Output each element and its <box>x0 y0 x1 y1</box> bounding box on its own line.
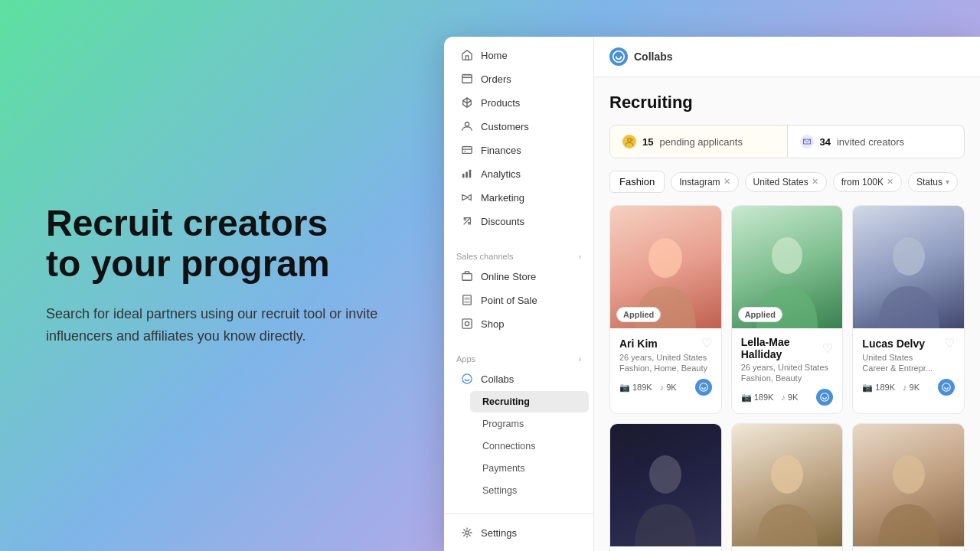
heart-icon-lucas[interactable]: ♡ <box>944 336 955 350</box>
sidebar-bottom: Settings <box>444 514 593 551</box>
svg-point-28 <box>771 455 803 494</box>
svg-point-21 <box>648 238 682 278</box>
products-icon <box>461 96 473 109</box>
stats-tabs: 15 pending applicants 34 invited creator… <box>609 125 965 158</box>
tiktok-stat-lella: ♪ 9K <box>781 393 798 402</box>
online-store-icon <box>461 270 473 282</box>
creator-tags-lucas: Career & Entrepr... <box>862 364 955 373</box>
app-window: Home Orders Products Customers <box>444 37 980 551</box>
sidebar-item-home[interactable]: Home <box>449 44 589 67</box>
sidebar-item-orders[interactable]: Orders <box>449 67 589 90</box>
creator-card-ari-kim[interactable]: Applied Ari Kim ♡ 26 years, United State… <box>609 205 722 414</box>
pending-icon <box>622 135 636 148</box>
sidebar-item-point-of-sale[interactable]: Point of Sale <box>449 289 589 311</box>
svg-point-26 <box>942 383 951 392</box>
svg-point-1 <box>465 122 469 126</box>
filter-status[interactable]: Status ▾ <box>908 172 958 192</box>
instagram-stat-lella: 📷 189K <box>741 393 774 403</box>
svg-point-25 <box>893 237 925 276</box>
tiktok-count-ari: 9K <box>666 383 676 392</box>
heart-icon-lella[interactable]: ♡ <box>822 341 833 356</box>
creator-card-5[interactable] <box>731 423 844 551</box>
sidebar-item-connections[interactable]: Connections <box>470 435 589 457</box>
creator-card-lucas[interactable]: Lucas Delvy ♡ United States Career & Ent… <box>852 205 965 414</box>
tiktok-icon-lella: ♪ <box>781 393 786 402</box>
filter-from-100k[interactable]: from 100K ✕ <box>833 172 902 192</box>
svg-point-13 <box>466 302 468 303</box>
creator-meta-lucas: United States <box>862 353 955 362</box>
sidebar-item-customers[interactable]: Customers <box>449 115 589 138</box>
sidebar-item-recruiting[interactable]: Recruiting <box>470 391 589 412</box>
sidebar-products-label: Products <box>481 97 520 109</box>
svg-rect-0 <box>462 75 472 83</box>
creator-card-body-6 <box>853 546 964 551</box>
sidebar: Home Orders Products Customers <box>444 37 594 551</box>
sidebar-item-finances[interactable]: Finances <box>449 139 589 161</box>
sidebar-item-payments[interactable]: Payments <box>470 458 589 479</box>
creator-card-6[interactable] <box>852 423 965 551</box>
tiktok-count-lella: 9K <box>788 393 798 402</box>
instagram-count-lella: 189K <box>754 393 774 402</box>
instagram-stat-lucas: 📷 189K <box>862 383 895 393</box>
sidebar-item-settings[interactable]: Settings <box>449 521 589 544</box>
discounts-icon <box>461 215 473 227</box>
creator-stats-lella: 📷 189K ♪ 9K <box>741 389 834 406</box>
sidebar-item-collabs[interactable]: Collabs <box>449 367 589 390</box>
svg-rect-6 <box>469 170 472 178</box>
marketing-icon <box>461 191 473 204</box>
recruiting-area: Recruiting 15 pending applicants 34 invi… <box>594 77 980 551</box>
filter-united-states[interactable]: United States ✕ <box>745 172 827 192</box>
creator-card-lella[interactable]: Applied Lella-Mae Halliday ♡ 26 years, U… <box>731 205 844 414</box>
hero-section: Recruit creatorsto your program Search f… <box>0 0 429 551</box>
filter-us-close[interactable]: ✕ <box>812 177 818 187</box>
collab-btn-lucas[interactable] <box>938 379 955 396</box>
filter-category[interactable]: Fashion <box>609 171 665 193</box>
home-icon <box>461 49 473 61</box>
sidebar-item-shop[interactable]: Shop <box>449 312 589 335</box>
heart-icon-ari[interactable]: ♡ <box>701 336 712 350</box>
filter-instagram[interactable]: Instagram ✕ <box>671 172 738 192</box>
collab-btn-lella[interactable] <box>816 389 833 406</box>
customers-icon <box>461 120 473 132</box>
sidebar-item-discounts[interactable]: Discounts <box>449 210 589 233</box>
applied-badge-lella: Applied <box>738 307 782 322</box>
pos-icon <box>461 294 473 306</box>
sidebar-item-products[interactable]: Products <box>449 91 589 114</box>
gear-icon <box>461 527 473 539</box>
creator-stats-ari: 📷 189K ♪ 9K <box>619 379 712 396</box>
tiktok-icon-ari: ♪ <box>660 383 665 392</box>
filter-instagram-close[interactable]: ✕ <box>724 177 730 187</box>
sidebar-shop-label: Shop <box>481 318 504 330</box>
creator-meta-ari: 26 years, United States <box>619 353 712 362</box>
invited-creators-tab[interactable]: 34 invited creators <box>788 126 965 158</box>
filter-us-label: United States <box>753 177 808 187</box>
instagram-count-ari: 189K <box>632 383 652 392</box>
sidebar-connections-label: Connections <box>482 441 536 452</box>
sidebar-item-online-store[interactable]: Online Store <box>449 265 589 288</box>
svg-point-23 <box>772 237 802 274</box>
instagram-icon-lucas: 📷 <box>862 383 873 393</box>
sidebar-analytics-label: Analytics <box>481 168 521 180</box>
creator-img-5 <box>732 424 843 546</box>
sidebar-marketing-label: Marketing <box>481 192 524 204</box>
svg-point-18 <box>466 531 469 534</box>
creator-tags-ari: Fashion, Home, Beauty <box>619 364 712 373</box>
collab-btn-ari[interactable] <box>695 379 712 396</box>
creator-card-body-lucas: Lucas Delvy ♡ United States Career & Ent… <box>853 328 964 403</box>
creator-stats-lucas: 📷 189K ♪ 9K <box>862 379 955 396</box>
sidebar-item-settings-sub[interactable]: Settings <box>470 480 589 501</box>
sidebar-apps-section: Apps › Collabs Recruiting Programs Conne… <box>444 342 593 508</box>
filter-100k-close[interactable]: ✕ <box>887 177 893 187</box>
pending-count: 15 <box>642 136 653 148</box>
filter-status-label: Status <box>916 177 942 187</box>
instagram-count-lucas: 189K <box>875 383 895 392</box>
analytics-icon <box>461 168 473 180</box>
svg-rect-9 <box>462 274 472 281</box>
sidebar-item-marketing[interactable]: Marketing <box>449 186 589 209</box>
creator-img-6 <box>853 424 964 546</box>
sidebar-item-analytics[interactable]: Analytics <box>449 162 589 185</box>
sidebar-item-programs[interactable]: Programs <box>470 413 589 435</box>
top-bar-title: Collabs <box>634 51 673 63</box>
creator-card-4[interactable] <box>609 423 722 551</box>
pending-applicants-tab[interactable]: 15 pending applicants <box>610 126 788 158</box>
